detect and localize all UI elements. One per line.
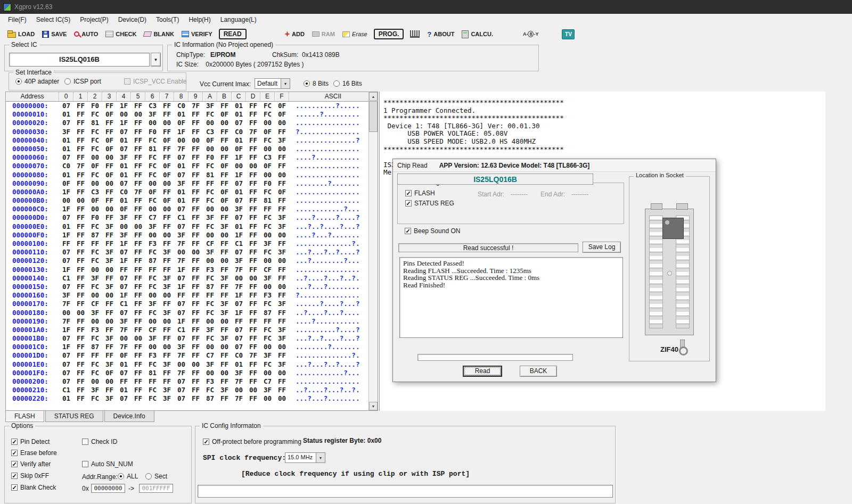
hex-byte-cell[interactable]: 00 [260, 231, 275, 239]
hex-byte-cell[interactable]: 87 [203, 394, 217, 403]
hex-byte-cell[interactable]: FF [131, 317, 145, 326]
hex-byte-cell[interactable]: 0F [275, 102, 289, 110]
hex-byte-cell[interactable]: FF [275, 386, 289, 394]
hex-byte-cell[interactable]: FF [246, 222, 260, 231]
hex-byte-cell[interactable]: 81 [260, 196, 275, 205]
hex-byte-cell[interactable]: FF [131, 369, 145, 377]
hex-byte-cell[interactable]: C1 [174, 213, 189, 222]
hex-byte-cell[interactable]: 3F [217, 386, 232, 394]
hex-byte-cell[interactable]: FF [73, 326, 88, 334]
hex-byte-cell[interactable]: C1 [232, 239, 246, 248]
hex-byte-cell[interactable]: 00 [102, 205, 117, 213]
hex-byte-cell[interactable]: 07 [232, 300, 246, 308]
hex-byte-cell[interactable]: 07 [117, 248, 131, 257]
hex-byte-cell[interactable]: 07 [117, 283, 131, 291]
hex-byte-cell[interactable]: C0 [174, 102, 189, 110]
dialog-read-button[interactable]: Read [463, 366, 502, 377]
hex-byte-cell[interactable]: FF [160, 326, 174, 334]
hex-byte-cell[interactable]: FF [217, 291, 232, 300]
hex-byte-cell[interactable]: 3F [88, 386, 102, 394]
hex-byte-cell[interactable]: FC [88, 394, 102, 403]
hex-byte-cell[interactable]: 0F [145, 188, 160, 196]
hex-byte-cell[interactable]: 00 [189, 136, 203, 145]
hex-byte-cell[interactable]: FF [131, 274, 145, 283]
hex-byte-cell[interactable]: FF [160, 377, 174, 386]
hex-byte-cell[interactable]: C0 [232, 351, 246, 360]
hex-byte-cell[interactable]: FC [88, 369, 102, 377]
hex-byte-cell[interactable]: 00 [102, 291, 117, 300]
hex-byte-cell[interactable]: 87 [145, 257, 160, 265]
hex-byte-cell[interactable]: 07 [174, 309, 189, 317]
hex-byte-cell[interactable]: FF [73, 377, 88, 386]
hex-byte-cell[interactable]: FF [189, 188, 203, 196]
hex-byte-cell[interactable]: FF [189, 369, 203, 377]
hex-byte-cell[interactable]: 7F [117, 326, 131, 334]
hex-byte-cell[interactable]: 7F [174, 351, 189, 360]
hex-byte-cell[interactable]: FF [246, 283, 260, 291]
hex-byte-cell[interactable]: 3F [275, 213, 289, 222]
hex-byte-cell[interactable]: FC [145, 248, 160, 257]
hex-byte-cell[interactable]: FC [88, 171, 102, 179]
hex-byte-cell[interactable]: FF [246, 334, 260, 343]
hex-byte-cell[interactable]: FF [260, 205, 275, 213]
hex-byte-cell[interactable]: F3 [203, 377, 217, 386]
hex-byte-cell[interactable]: FC [145, 153, 160, 162]
hex-byte-cell[interactable]: 07 [174, 394, 189, 403]
hex-byte-cell[interactable]: FF [88, 351, 102, 360]
hex-byte-cell[interactable]: FF [102, 119, 117, 127]
hex-byte-cell[interactable]: FF [131, 196, 145, 205]
prog-button[interactable]: PROG. [374, 29, 404, 39]
hex-byte-cell[interactable]: 01 [232, 136, 246, 145]
hex-byte-cell[interactable]: FF [275, 162, 289, 170]
hex-byte-cell[interactable]: 3F [217, 300, 232, 308]
hex-byte-cell[interactable]: FF [102, 188, 117, 196]
hex-byte-cell[interactable]: FC [203, 309, 217, 317]
hex-byte-cell[interactable]: 07 [59, 119, 73, 127]
hex-byte-cell[interactable]: FF [102, 196, 117, 205]
hex-byte-cell[interactable]: FC [145, 171, 160, 179]
hex-byte-cell[interactable]: FF [160, 145, 174, 153]
hex-byte-cell[interactable]: C1 [59, 386, 73, 394]
hex-byte-cell[interactable]: FF [73, 248, 88, 257]
hex-byte-cell[interactable]: FF [246, 213, 260, 222]
hex-byte-cell[interactable]: FF [217, 153, 232, 162]
hex-byte-cell[interactable]: FC [203, 334, 217, 343]
hex-byte-cell[interactable]: C3 [88, 188, 102, 196]
hex-byte-cell[interactable]: FF [131, 162, 145, 170]
hex-byte-cell[interactable]: 00 [217, 145, 232, 153]
hex-byte-cell[interactable]: FF [131, 145, 145, 153]
hex-byte-cell[interactable]: 0F [88, 162, 102, 170]
hex-byte-cell[interactable]: F0 [260, 179, 275, 188]
status-reg-checkbox[interactable]: STATUS REG [405, 200, 454, 207]
hex-byte-cell[interactable]: 01 [174, 188, 189, 196]
hex-byte-cell[interactable]: FF [217, 239, 232, 248]
hex-byte-cell[interactable]: FF [217, 351, 232, 360]
hex-byte-cell[interactable]: 1F [174, 128, 189, 136]
hex-byte-cell[interactable]: 00 [102, 153, 117, 162]
hex-byte-cell[interactable]: 7F [246, 128, 260, 136]
hex-byte-cell[interactable]: 00 [203, 317, 217, 326]
hex-byte-cell[interactable]: 0F [174, 119, 189, 127]
hex-byte-cell[interactable]: 01 [232, 110, 246, 119]
hex-byte-cell[interactable]: 1F [59, 326, 73, 334]
hex-byte-cell[interactable]: FF [203, 291, 217, 300]
hex-byte-cell[interactable]: FF [246, 119, 260, 127]
hex-byte-cell[interactable]: FC [203, 162, 217, 170]
hex-byte-cell[interactable]: 0F [160, 196, 174, 205]
hex-byte-cell[interactable]: FC [88, 136, 102, 145]
hex-byte-cell[interactable]: FF [189, 300, 203, 308]
range-start-input[interactable]: 00000000 [91, 484, 125, 493]
hex-byte-cell[interactable]: 00 [160, 291, 174, 300]
hex-byte-cell[interactable]: 00 [88, 205, 102, 213]
hex-byte-cell[interactable]: FF [275, 179, 289, 188]
hex-byte-cell[interactable]: FC [203, 386, 217, 394]
hex-byte-cell[interactable]: FF [73, 274, 88, 283]
hex-byte-cell[interactable]: FF [102, 231, 117, 239]
hex-byte-cell[interactable]: FF [189, 119, 203, 127]
dialog-title-bar[interactable]: Chip Read APP Version: 12.63 Device Mode… [393, 159, 716, 172]
hex-byte-cell[interactable]: FC [145, 196, 160, 205]
hex-byte-cell[interactable]: 00 [260, 145, 275, 153]
hex-byte-cell[interactable]: 00 [102, 377, 117, 386]
hex-byte-cell[interactable]: FC [260, 136, 275, 145]
hex-byte-cell[interactable]: C7 [260, 377, 275, 386]
